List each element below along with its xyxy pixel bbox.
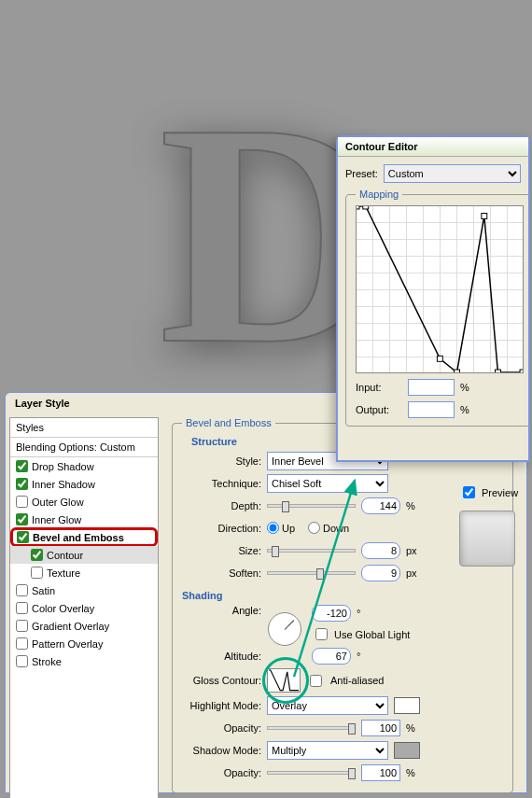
effect-label: Gradient Overlay [32, 621, 109, 632]
use-global-light-label: Use Global Light [334, 629, 410, 640]
effect-item-stroke[interactable]: Stroke [10, 652, 158, 670]
styles-header[interactable]: Styles [10, 418, 158, 438]
effect-label: Satin [32, 585, 55, 596]
effects-list: Styles Blending Options: Custom Drop Sha… [9, 417, 159, 798]
effect-checkbox[interactable] [16, 478, 28, 490]
contour-editor-title: Contour Editor [338, 137, 528, 157]
soften-unit: px [406, 567, 417, 579]
highlight-opacity-unit: % [406, 722, 415, 734]
svg-rect-7 [520, 370, 523, 372]
depth-input[interactable] [361, 497, 400, 514]
highlight-opacity-input[interactable] [361, 720, 400, 736]
input-label: Input: [356, 382, 402, 393]
effect-checkbox[interactable] [16, 496, 28, 508]
svg-rect-1 [357, 206, 359, 209]
effect-checkbox[interactable] [16, 602, 28, 614]
preview-checkbox[interactable] [463, 486, 475, 498]
shadow-mode-label: Shadow Mode: [182, 745, 261, 756]
angle-input[interactable] [312, 605, 351, 622]
shadow-opacity-input[interactable] [361, 764, 400, 781]
altitude-label: Altitude: [182, 651, 261, 662]
preview-strip: Preview [459, 483, 532, 567]
effect-item-drop-shadow[interactable]: Drop Shadow [10, 457, 158, 475]
size-label: Size: [182, 545, 261, 556]
effect-item-gradient-overlay[interactable]: Gradient Overlay [10, 617, 158, 635]
effect-item-inner-glow[interactable]: Inner Glow [10, 511, 158, 528]
contour-editor-dialog: Contour Editor Preset: Custom Mapping In… [336, 135, 530, 462]
input-unit: % [460, 382, 469, 393]
effect-item-pattern-overlay[interactable]: Pattern Overlay [10, 635, 158, 652]
effect-checkbox[interactable] [16, 637, 28, 650]
shading-heading: Shading [182, 590, 503, 601]
shadow-opacity-label: Opacity: [182, 767, 261, 778]
effect-label: Bevel and Emboss [33, 532, 124, 543]
effect-checkbox[interactable] [31, 567, 43, 579]
direction-up-radio[interactable] [267, 522, 279, 534]
preset-label: Preset: [345, 168, 378, 179]
anti-aliased-label: Anti-aliased [330, 675, 384, 686]
direction-down-radio[interactable] [308, 522, 320, 534]
effect-checkbox[interactable] [17, 531, 29, 543]
effect-label: Inner Glow [32, 514, 81, 525]
input-value-field[interactable] [408, 379, 455, 396]
gloss-contour-picker[interactable] [267, 668, 301, 693]
effect-item-contour[interactable]: Contour [10, 546, 158, 564]
svg-rect-3 [437, 356, 442, 361]
depth-unit: % [406, 500, 415, 511]
output-label: Output: [356, 404, 402, 415]
effect-item-outer-glow[interactable]: Outer Glow [10, 493, 158, 511]
technique-label: Technique: [182, 478, 261, 489]
highlight-opacity-slider[interactable] [267, 726, 356, 730]
effect-item-bevel-and-emboss[interactable]: Bevel and Emboss [10, 527, 158, 547]
contour-curve-editor[interactable] [356, 205, 524, 373]
effect-checkbox[interactable] [16, 460, 28, 472]
depth-slider[interactable] [267, 504, 356, 508]
shadow-mode-select[interactable]: Multiply [267, 741, 388, 760]
effect-checkbox[interactable] [16, 620, 28, 632]
size-slider[interactable] [267, 549, 356, 553]
size-input[interactable] [361, 542, 400, 559]
direction-label: Direction: [182, 523, 261, 534]
effect-label: Color Overlay [32, 603, 94, 614]
highlight-mode-label: Highlight Mode: [182, 700, 261, 711]
altitude-input[interactable] [312, 648, 351, 665]
down-label: Down [323, 523, 349, 534]
technique-select[interactable]: Chisel Soft [267, 474, 388, 493]
mapping-legend: Mapping [356, 189, 402, 200]
shadow-opacity-slider[interactable] [267, 771, 356, 775]
angle-label: Angle: [182, 605, 261, 616]
highlight-opacity-label: Opacity: [182, 722, 261, 734]
effect-checkbox[interactable] [16, 513, 28, 525]
effect-checkbox[interactable] [16, 655, 28, 667]
highlight-color-swatch[interactable] [394, 697, 420, 714]
angle-dial[interactable] [268, 612, 301, 646]
output-value-field[interactable] [408, 401, 455, 418]
blending-options-row[interactable]: Blending Options: Custom [10, 438, 158, 457]
preset-select[interactable]: Custom [384, 164, 521, 183]
shadow-opacity-unit: % [406, 767, 415, 778]
effect-item-color-overlay[interactable]: Color Overlay [10, 599, 158, 617]
depth-label: Depth: [182, 500, 261, 511]
shadow-color-swatch[interactable] [394, 742, 420, 759]
use-global-light-checkbox[interactable] [315, 628, 328, 640]
altitude-unit: ° [357, 651, 360, 662]
style-label: Style: [182, 455, 261, 467]
soften-slider[interactable] [267, 571, 356, 575]
effect-checkbox[interactable] [16, 584, 28, 596]
bevel-settings: Bevel and Emboss Structure Style: Inner … [162, 417, 523, 798]
effect-item-satin[interactable]: Satin [10, 581, 158, 599]
effect-checkbox[interactable] [31, 549, 43, 561]
soften-input[interactable] [361, 565, 400, 581]
effect-label: Outer Glow [32, 497, 84, 508]
anti-aliased-checkbox[interactable] [310, 675, 322, 687]
bevel-group-legend: Bevel and Emboss [182, 417, 275, 428]
svg-rect-2 [363, 206, 369, 209]
svg-rect-5 [482, 214, 487, 219]
highlight-mode-select[interactable]: Overlay [267, 696, 388, 715]
preview-label: Preview [482, 487, 518, 498]
effect-label: Texture [47, 567, 80, 579]
effect-item-inner-shadow[interactable]: Inner Shadow [10, 475, 158, 493]
effect-label: Pattern Overlay [32, 638, 103, 650]
effect-label: Contour [47, 550, 83, 561]
effect-item-texture[interactable]: Texture [10, 564, 158, 581]
